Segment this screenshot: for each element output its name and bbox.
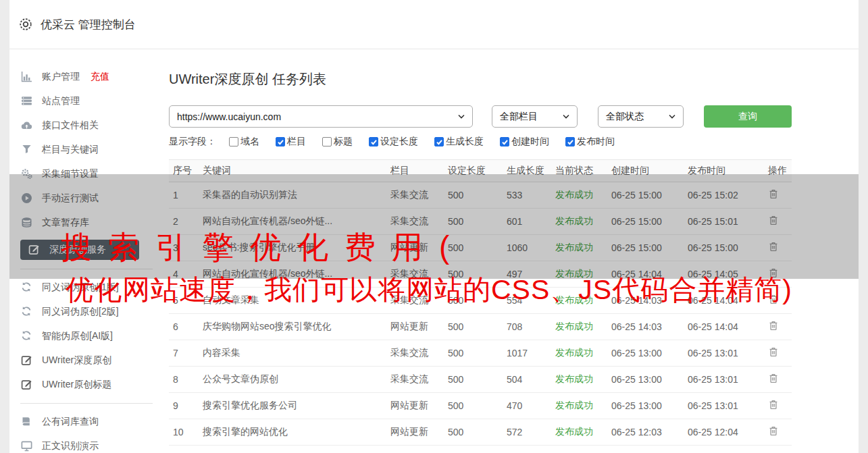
sidebar-item[interactable]: 智能伪原创[AI版]: [20, 324, 165, 348]
edit-icon: [20, 379, 32, 391]
status-select[interactable]: 全部状态: [598, 105, 684, 128]
checkbox-checked[interactable]: [276, 137, 285, 146]
filter-row: https://www.ucaiyun.com 全部栏目 全部状态 查询: [169, 105, 801, 128]
checkbox-unchecked[interactable]: [322, 137, 332, 146]
gear-icon: [19, 18, 32, 31]
cell-column: 采集交流: [387, 347, 444, 359]
top-bar: 优采云 管理控制台: [9, 0, 859, 49]
cell-actions: [765, 320, 792, 334]
cell-status: 发布成功: [552, 400, 608, 412]
cell-column: 网站更新: [387, 400, 444, 412]
sidebar-item-label: 站点管理: [42, 95, 80, 107]
app: { "colors": { "accent_green": "#5cb85c",…: [0, 0, 868, 453]
field-checkbox-item[interactable]: 栏目: [276, 136, 306, 148]
field-checkbox-item[interactable]: 生成长度: [434, 136, 484, 148]
cell-set-length: 500: [444, 348, 503, 358]
filter-icon: [20, 144, 32, 156]
table-row: 9搜索引擎优化服务公司网站更新500470发布成功06-25 13:0006-2…: [169, 393, 792, 419]
checkbox-checked[interactable]: [369, 137, 378, 146]
cell-keyword: 庆华购物网站seo搜索引擎优化: [199, 321, 387, 333]
refresh-icon: [20, 330, 32, 342]
fields-row: 显示字段： 域名栏目标题设定长度生成长度创建时间发布时间: [169, 136, 631, 148]
field-checkbox-label: 设定长度: [380, 136, 418, 148]
sidebar-item[interactable]: 正文识别演示: [20, 434, 165, 453]
field-checkbox-item[interactable]: 标题: [322, 136, 353, 148]
sidebar-item[interactable]: UWriter深度原创: [20, 348, 165, 373]
search-button[interactable]: 查询: [704, 105, 792, 128]
chevron-down-icon: [458, 114, 465, 119]
field-checkbox-item[interactable]: 发布时间: [565, 136, 615, 148]
sidebar-item[interactable]: 账户管理充值: [20, 65, 165, 89]
edit-icon: [20, 354, 32, 367]
site-select[interactable]: https://www.ucaiyun.com: [169, 105, 473, 128]
cell-actions: [765, 399, 792, 412]
cell-created: 06-25 13:00: [608, 348, 684, 358]
cell-created: 06-25 13:00: [608, 374, 684, 385]
sidebar-item[interactable]: UWriter原创标题: [20, 373, 165, 397]
field-checkbox-item[interactable]: 设定长度: [369, 136, 418, 148]
cell-keyword: 搜索引擎优化服务公司: [199, 400, 387, 412]
watermark-text-line2: 优化网站速度，我们可以将网站的CSS、JS代码合并精简): [66, 271, 792, 309]
sidebar-item-label: UWriter原创标题: [42, 379, 111, 391]
cell-actions: [765, 346, 792, 360]
field-checkbox-label: 域名: [240, 136, 259, 148]
cell-gen-length: 708: [503, 321, 552, 332]
cell-published: 06-25 13:01: [684, 400, 765, 411]
app-title: 优采云 管理控制台: [41, 17, 136, 32]
cell-status: 发布成功: [552, 373, 608, 385]
server-icon: [20, 95, 32, 107]
field-checkbox-label: 发布时间: [577, 136, 615, 148]
sidebar-item[interactable]: 栏目与关键词: [20, 138, 165, 162]
sidebar-item[interactable]: 公有词库查询: [20, 410, 165, 434]
sidebar-divider: [20, 403, 153, 404]
cell-no: 7: [169, 348, 199, 358]
delete-button[interactable]: [768, 425, 780, 437]
sidebar-item[interactable]: 站点管理: [20, 89, 165, 113]
cell-published: 06-25 14:04: [684, 321, 765, 332]
book-icon: [20, 416, 32, 428]
site-select-value: https://www.ucaiyun.com: [177, 111, 281, 122]
cell-gen-length: 572: [503, 427, 552, 437]
cell-actions: [765, 373, 792, 386]
cell-keyword: 公众号文章伪原创: [199, 373, 387, 385]
cell-status: 发布成功: [552, 426, 608, 438]
cell-column: 网站更新: [387, 426, 444, 438]
cell-published: 06-25 13:01: [684, 374, 765, 385]
checkbox-unchecked[interactable]: [229, 137, 238, 146]
sidebar-item-label: UWriter深度原创: [42, 354, 111, 367]
fields-label: 显示字段：: [169, 136, 216, 148]
cell-created: 06-25 13:00: [608, 400, 684, 411]
chevron-down-icon: [669, 114, 675, 119]
cell-published: 06-25 13:01: [684, 348, 765, 358]
cell-column: 采集交流: [387, 373, 444, 385]
delete-button[interactable]: [768, 373, 780, 385]
cell-set-length: 500: [444, 321, 503, 332]
sidebar-item[interactable]: 接口文件相关: [20, 113, 165, 138]
cell-keyword: 搜索引擎的网站优化: [199, 426, 387, 438]
field-checkbox-label: 创建时间: [511, 136, 549, 148]
field-checkbox-item[interactable]: 域名: [229, 136, 259, 148]
chevron-down-icon: [563, 114, 569, 119]
sidebar-item-label: 接口文件相关: [42, 119, 99, 132]
checkbox-checked[interactable]: [565, 137, 575, 146]
sidebar-item-label: 公有词库查询: [42, 416, 99, 428]
recharge-badge[interactable]: 充值: [91, 71, 109, 83]
table-row: 10搜索引擎的网站优化网站更新500572发布成功06-25 12:0306-2…: [169, 419, 792, 446]
cell-gen-length: 504: [503, 374, 552, 385]
column-select[interactable]: 全部栏目: [492, 105, 578, 128]
cell-no: 10: [169, 427, 199, 437]
field-checkbox-label: 栏目: [287, 136, 306, 148]
refresh-icon: [20, 306, 32, 318]
delete-button[interactable]: [768, 399, 780, 411]
page-title: UWriter深度原创 任务列表: [169, 70, 326, 88]
cell-published: 06-25 12:04: [684, 427, 765, 437]
checkbox-checked[interactable]: [500, 137, 509, 146]
refresh-icon: [20, 282, 32, 294]
delete-button[interactable]: [768, 346, 780, 358]
field-checkbox-label: 生成长度: [446, 136, 484, 148]
watermark-text-line1: 搜索引擎优化费用(: [61, 227, 465, 269]
delete-button[interactable]: [768, 320, 780, 332]
field-checkbox-item[interactable]: 创建时间: [500, 136, 549, 148]
cell-set-length: 500: [444, 400, 503, 411]
checkbox-checked[interactable]: [434, 137, 444, 146]
